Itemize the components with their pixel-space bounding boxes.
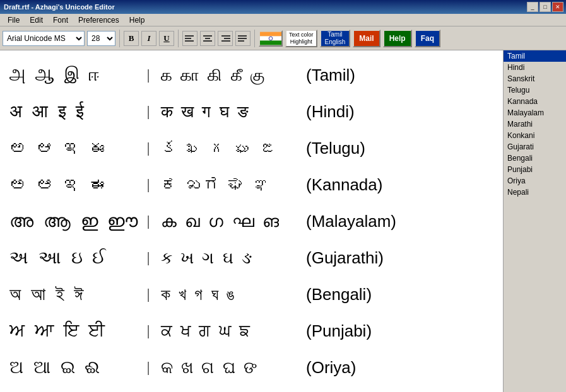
font-select[interactable]: Arial Unicode MS xyxy=(3,31,85,46)
script-mid-5: ક ખ ગ ઘ ઙ xyxy=(155,248,293,268)
minimize-button[interactable]: _ xyxy=(527,2,538,12)
script-mid-0: க கா கி கீ கு xyxy=(155,66,293,85)
table-row: ಅ ಆ ಇ ಈ | ಕ ಖಗ ಘ ಞ (Kannada) xyxy=(9,166,493,203)
script-table: அ ஆ இ ஈ | க கா கி கீ கு (Tamil) अ आ इ ई … xyxy=(9,57,493,386)
mail-button[interactable]: Mail xyxy=(353,30,380,47)
sidebar-item-tamil[interactable]: Tamil xyxy=(504,50,566,62)
script-mid-8: କ ଖ ଗ ଘ ଙ xyxy=(155,358,293,378)
sidebar-item-kannada[interactable]: Kannada xyxy=(504,96,566,107)
sidebar-item-nepali[interactable]: Nepali xyxy=(504,187,566,198)
script-left-4: അ ആ ഇ ഈ xyxy=(9,211,142,232)
script-right-2: (Telugu) xyxy=(293,139,493,158)
script-left-0: அ ஆ இ ஈ xyxy=(9,65,142,86)
script-divider-6: | xyxy=(142,286,155,303)
sidebar-item-hindi[interactable]: Hindi xyxy=(504,62,566,73)
script-divider-0: | xyxy=(142,67,155,83)
india-flag-icon xyxy=(260,32,281,45)
faq-button[interactable]: Faq xyxy=(415,30,440,47)
sidebar-item-bengali[interactable]: Bengali xyxy=(504,153,566,164)
table-row: ଅ ଆ ଇ ଈ | କ ଖ ଗ ଘ ଙ (Oriya) xyxy=(9,349,493,386)
window-controls: _ □ ✕ xyxy=(527,2,563,12)
script-right-0: (Tamil) xyxy=(293,66,493,85)
toolbar-separator-3 xyxy=(254,30,255,47)
close-button[interactable]: ✕ xyxy=(552,2,563,12)
size-select[interactable]: 28 xyxy=(87,31,115,46)
maximize-button[interactable]: □ xyxy=(539,2,551,12)
menu-bar: File Edit Font Preferences Help xyxy=(0,14,566,26)
script-mid-4: ക ഖ ഗ ഘ ങ xyxy=(155,212,293,231)
sidebar-item-telugu[interactable]: Telugu xyxy=(504,84,566,96)
script-left-6: অ আ ই ঈ xyxy=(9,284,142,305)
script-right-4: (Malayalam) xyxy=(293,212,493,231)
sidebar-item-marathi[interactable]: Marathi xyxy=(504,118,566,130)
sidebar: TamilHindiSanskritTeluguKannadaMalayalam… xyxy=(503,50,566,392)
align-justify-button[interactable] xyxy=(235,31,251,46)
menu-preferences[interactable]: Preferences xyxy=(73,14,124,26)
script-left-8: ଅ ଆ ଇ ଈ xyxy=(9,357,142,378)
align-justify-icon xyxy=(238,35,248,42)
text-color-label2: Highlight xyxy=(290,38,312,45)
table-row: અ આ ઇ ઈ | ક ખ ગ ઘ ઙ (Gujarathi) xyxy=(9,239,493,276)
script-left-3: ಅ ಆ ಇ ಈ xyxy=(9,175,142,195)
sidebar-item-gujarati[interactable]: Gujarati xyxy=(504,141,566,153)
script-mid-7: ਕ ਖ ਗ ਘ ਙ xyxy=(155,321,293,341)
script-right-7: (Punjabi) xyxy=(293,321,493,341)
window-title: Draft.rtf - Azhagi's Unicode Editor xyxy=(4,3,527,11)
text-color-label1: Text color xyxy=(289,32,314,38)
script-divider-7: | xyxy=(142,323,155,339)
script-divider-3: | xyxy=(142,176,155,193)
sidebar-item-malayalam[interactable]: Malayalam xyxy=(504,107,566,118)
menu-font[interactable]: Font xyxy=(48,14,73,26)
sidebar-item-punjabi[interactable]: Punjabi xyxy=(504,164,566,175)
script-right-5: (Gujarathi) xyxy=(293,248,493,268)
script-divider-4: | xyxy=(142,213,155,229)
align-center-button[interactable] xyxy=(200,31,215,46)
content-area: அ ஆ இ ஈ | க கா கி கீ கு (Tamil) अ आ इ ई … xyxy=(0,50,503,392)
script-left-5: અ આ ઇ ઈ xyxy=(9,248,142,268)
sidebar-item-oriya[interactable]: Oriya xyxy=(504,175,566,187)
table-row: अ आ इ ई | क ख ग घ ङ (Hindi) xyxy=(9,93,493,130)
toolbar-separator-2 xyxy=(178,30,179,47)
toolbar: Arial Unicode MS 28 B I U xyxy=(0,26,566,50)
script-left-2: అ ఆ ఇ ఈ xyxy=(9,138,142,159)
sidebar-item-sanskrit[interactable]: Sanskrit xyxy=(504,73,566,84)
script-divider-1: | xyxy=(142,103,155,120)
script-right-8: (Oriya) xyxy=(293,358,493,378)
align-right-icon xyxy=(220,35,230,42)
table-row: অ আ ই ঈ | ক খ গ ঘ ঙ (Bengali) xyxy=(9,276,493,313)
script-mid-1: क ख ग घ ङ xyxy=(155,102,293,122)
script-left-1: अ आ इ ई xyxy=(9,101,142,122)
india-flag-button[interactable] xyxy=(259,30,283,47)
script-right-6: (Bengali) xyxy=(293,285,493,304)
script-mid-6: ক খ গ ঘ ঙ xyxy=(155,285,293,304)
svg-rect-2 xyxy=(260,40,281,45)
sidebar-item-konkani[interactable]: Konkani xyxy=(504,130,566,141)
menu-file[interactable]: File xyxy=(3,14,25,26)
bold-button[interactable]: B xyxy=(124,31,139,46)
svg-rect-0 xyxy=(260,32,281,36)
text-color-button[interactable]: Text color Highlight xyxy=(285,30,317,47)
align-left-icon xyxy=(185,35,195,42)
table-row: അ ആ ഇ ഈ | ക ഖ ഗ ഘ ങ (Malayalam) xyxy=(9,203,493,239)
tamil-english-toggle[interactable]: Tamil English xyxy=(320,30,351,47)
align-left-button[interactable] xyxy=(182,31,198,46)
script-divider-2: | xyxy=(142,140,155,156)
help-button[interactable]: Help xyxy=(383,30,412,47)
script-divider-8: | xyxy=(142,359,155,376)
script-divider-5: | xyxy=(142,250,155,266)
table-row: அ ஆ இ ஈ | க கா கி கீ கு (Tamil) xyxy=(9,57,493,93)
italic-button[interactable]: I xyxy=(141,31,156,46)
script-right-1: (Hindi) xyxy=(293,102,493,122)
table-row: అ ఆ ఇ ఈ | క ఖ గ ఘ జ (Telugu) xyxy=(9,130,493,166)
english-label: English xyxy=(325,38,346,46)
toolbar-separator-1 xyxy=(119,30,120,47)
script-mid-3: ಕ ಖಗ ಘ ಞ xyxy=(155,175,293,195)
align-right-button[interactable] xyxy=(218,31,233,46)
menu-help[interactable]: Help xyxy=(124,14,150,26)
underline-button[interactable]: U xyxy=(159,31,174,46)
title-bar: Draft.rtf - Azhagi's Unicode Editor _ □ … xyxy=(0,0,566,14)
align-center-icon xyxy=(203,35,213,42)
menu-edit[interactable]: Edit xyxy=(25,14,48,26)
main-area: அ ஆ இ ஈ | க கா கி கீ கு (Tamil) अ आ इ ई … xyxy=(0,50,566,392)
script-mid-2: క ఖ గ ఘ జ xyxy=(155,139,293,158)
